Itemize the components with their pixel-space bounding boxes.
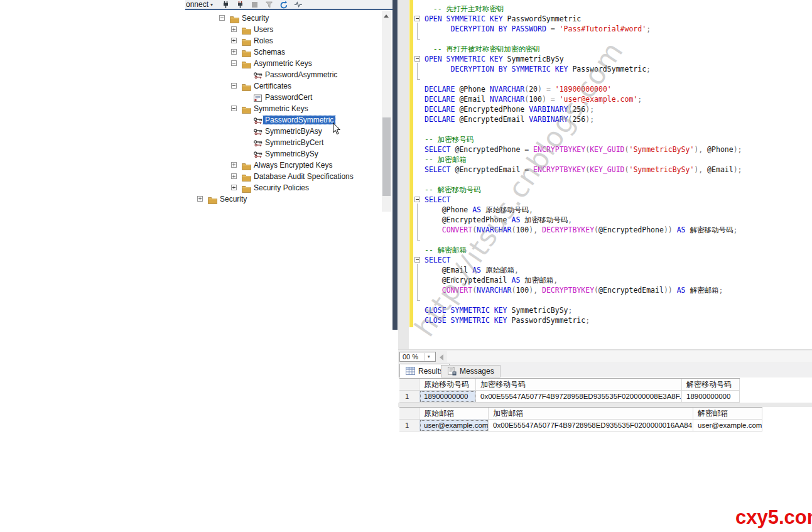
- grid-column-header[interactable]: 加密移动号码: [476, 379, 682, 391]
- tab-messages[interactable]: Messages: [441, 365, 501, 377]
- code-line[interactable]: @Email AS 原始邮箱,: [425, 265, 519, 275]
- tree-item-label[interactable]: Security: [218, 195, 249, 204]
- tree-item-label[interactable]: Database Audit Specifications: [252, 172, 355, 181]
- grid-column-header[interactable]: 原始邮箱: [420, 408, 489, 420]
- code-line[interactable]: DECLARE @EncryptedPhone VARBINARY(256);: [425, 104, 594, 114]
- expand-icon[interactable]: [231, 38, 237, 43]
- expand-icon[interactable]: [231, 173, 237, 179]
- zoom-dropdown[interactable]: 00 % ▾: [399, 352, 436, 362]
- tree-item-asymmetric-keys[interactable]: Asymmetric Keys: [185, 58, 392, 69]
- collapse-icon[interactable]: [231, 60, 237, 66]
- grid-column-header[interactable]: 解密邮箱: [693, 408, 762, 420]
- tree-item-passwordasymmetric[interactable]: PasswordAsymmetric: [185, 69, 392, 80]
- code-line[interactable]: CLOSE SYMMETRIC KEY PasswordSymmetric;: [425, 315, 590, 325]
- code-line[interactable]: CONVERT(NVARCHAR(100), DECRYPTBYKEY(@Enc…: [425, 225, 737, 235]
- code-collapse-icon[interactable]: [414, 257, 420, 263]
- tree-item-label[interactable]: PasswordAsymmetric: [263, 70, 339, 79]
- tree-item-label[interactable]: Certificates: [252, 82, 293, 90]
- code-line[interactable]: -- 解密移动号码: [425, 185, 481, 195]
- hscroll-track[interactable]: [447, 351, 812, 362]
- tree-item-symmetricbyasy[interactable]: SymmetricByAsy: [185, 126, 392, 137]
- code-collapse-icon[interactable]: [414, 16, 420, 21]
- tree-item-label[interactable]: Users: [252, 25, 275, 34]
- grid-cell[interactable]: user@example.com: [420, 420, 489, 432]
- grid-column-header[interactable]: 加密邮箱: [489, 408, 693, 420]
- connect-button[interactable]: onnect ▾: [186, 0, 213, 9]
- activity-monitor-icon[interactable]: [294, 1, 303, 9]
- grid-cell[interactable]: 0x00E55547A5077F4B9728958ED935535F020000…: [476, 391, 682, 403]
- code-line[interactable]: -- 加密移号码: [425, 134, 474, 144]
- code-line[interactable]: @Phone AS 原始移动号码,: [425, 205, 533, 215]
- expand-icon[interactable]: [197, 196, 203, 202]
- code-line[interactable]: SELECT: [425, 195, 451, 205]
- collapse-icon[interactable]: [231, 83, 237, 89]
- tree-item-symmetricbysy[interactable]: SymmetricBySy: [185, 148, 392, 160]
- code-line[interactable]: OPEN SYMMETRIC KEY SymmetricBySy: [425, 54, 564, 64]
- tree-item-label[interactable]: Always Encrypted Keys: [252, 161, 334, 170]
- code-line[interactable]: -- 先打开主对称密钥: [425, 4, 504, 14]
- tree-item-passwordcert[interactable]: PasswordCert: [185, 92, 392, 103]
- expand-icon[interactable]: [231, 26, 237, 32]
- tree-item-label[interactable]: Symmetric Keys: [252, 104, 310, 113]
- expand-icon[interactable]: [231, 162, 237, 168]
- code-line[interactable]: -- 再打开被对称密钥加密的密钥: [425, 44, 540, 54]
- tree-item-users[interactable]: Users: [185, 24, 392, 35]
- tree-scrollbar[interactable]: [382, 11, 391, 212]
- code-line[interactable]: DECLARE @EncryptedEmail VARBINARY(256);: [425, 114, 594, 124]
- grid-corner-cell[interactable]: [399, 408, 420, 420]
- tree-item-label[interactable]: SymmetricByAsy: [263, 127, 324, 136]
- refresh-icon[interactable]: [279, 1, 288, 9]
- tree-item-label[interactable]: Roles: [252, 36, 275, 45]
- row-number-cell[interactable]: 1: [399, 420, 420, 432]
- code-line[interactable]: @EncryptedPhone AS 加密移动号码,: [425, 215, 572, 225]
- collapse-icon[interactable]: [231, 106, 237, 111]
- connect-plug-icon[interactable]: [222, 1, 230, 9]
- expand-icon[interactable]: [231, 185, 237, 190]
- tree-item-roles[interactable]: Roles: [185, 35, 392, 46]
- scrollbar-up-icon[interactable]: [384, 14, 389, 18]
- code-line[interactable]: DECRYPTION BY SYMMETRIC KEY PasswordSymm…: [425, 64, 651, 74]
- tree-item-certificates[interactable]: Certificates: [185, 80, 392, 92]
- expand-icon[interactable]: [231, 49, 237, 55]
- sql-editor[interactable]: -- 先打开主对称密钥OPEN SYMMETRIC KEY PasswordSy…: [398, 0, 812, 349]
- scrollbar-thumb[interactable]: [382, 117, 391, 196]
- code-collapse-icon[interactable]: [414, 56, 420, 62]
- tree-item-passwordsymmetric[interactable]: PasswordSymmetric: [185, 114, 392, 126]
- tree-item-label[interactable]: Security Policies: [252, 183, 311, 192]
- tree-item-label[interactable]: Asymmetric Keys: [252, 59, 314, 68]
- grid-cell[interactable]: user@example.com: [693, 420, 762, 432]
- code-line[interactable]: CONVERT(NVARCHAR(100), DECRYPTBYKEY(@Enc…: [425, 285, 723, 295]
- code-line[interactable]: DECLARE @Email NVARCHAR(100) = 'user@exa…: [425, 94, 642, 104]
- tree-item-label[interactable]: PasswordSymmetric: [263, 116, 335, 124]
- tree-item-security[interactable]: Security: [185, 13, 392, 24]
- tree-item-label[interactable]: SymmetricBySy: [263, 149, 320, 158]
- code-line[interactable]: @EncryptedEmail AS 加密邮箱,: [425, 275, 558, 285]
- tree-item-label[interactable]: Security: [240, 14, 271, 23]
- code-line[interactable]: DECLARE @Phone NVARCHAR(20) = '189000000…: [425, 84, 612, 94]
- code-line[interactable]: DECRYPTION BY PASSWORD = 'Pass#Tutorial#…: [425, 24, 651, 34]
- code-line[interactable]: SELECT @EncryptedEmail = ENCRYPTBYKEY(KE…: [425, 165, 742, 175]
- disconnect-plug-icon[interactable]: [236, 1, 245, 9]
- filter-icon[interactable]: [265, 1, 274, 9]
- tree-item-label[interactable]: SymmetricByCert: [263, 138, 325, 147]
- tree-item-label[interactable]: Schemas: [252, 48, 287, 57]
- grid-corner-cell[interactable]: [399, 379, 420, 391]
- grid-cell[interactable]: 18900000000: [420, 391, 476, 403]
- code-line[interactable]: SELECT @EncryptedPhone = ENCRYPTBYKEY(KE…: [425, 144, 742, 155]
- row-number-cell[interactable]: 1: [399, 391, 420, 403]
- tree-item-security-policies[interactable]: Security Policies: [185, 182, 392, 193]
- tree-item-database-audit-specifications[interactable]: Database Audit Specifications: [185, 171, 392, 182]
- grid-column-header[interactable]: 解密移动号码: [682, 379, 740, 391]
- tree-item-symmetric-keys[interactable]: Symmetric Keys: [185, 103, 392, 114]
- grid-column-header[interactable]: 原始移动号码: [420, 379, 476, 391]
- code-line[interactable]: -- 解密邮箱: [425, 245, 467, 255]
- tree-item-security[interactable]: Security: [185, 193, 392, 205]
- code-line[interactable]: CLOSE SYMMETRIC KEY SymmetricBySy;: [425, 305, 572, 315]
- tree-item-label[interactable]: PasswordCert: [263, 93, 314, 102]
- collapse-icon[interactable]: [219, 15, 225, 21]
- tree-item-symmetricbycert[interactable]: SymmetricByCert: [185, 137, 392, 148]
- tree-item-always-encrypted-keys[interactable]: Always Encrypted Keys: [185, 160, 392, 171]
- stop-icon[interactable]: [251, 1, 259, 9]
- code-collapse-icon[interactable]: [414, 197, 420, 202]
- hscroll-left-icon[interactable]: [440, 354, 443, 361]
